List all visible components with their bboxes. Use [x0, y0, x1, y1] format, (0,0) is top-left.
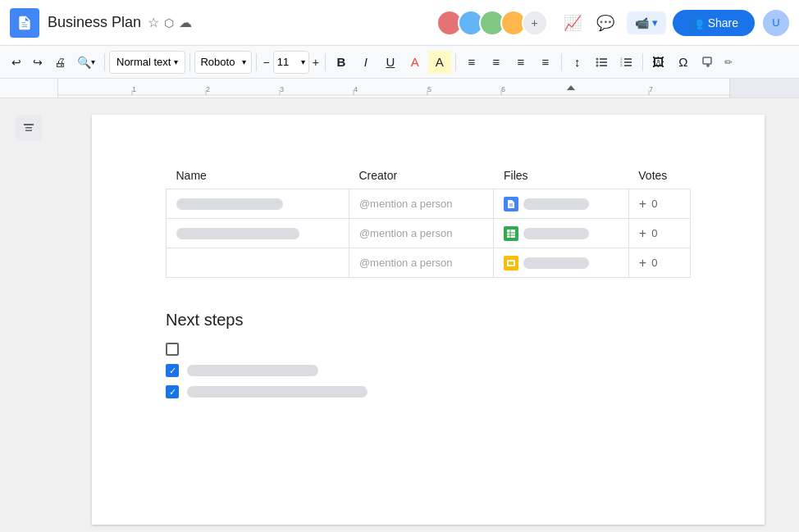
bullets-button[interactable]: [591, 51, 614, 74]
file-cell-3[interactable]: [494, 248, 628, 278]
title-icons: ☆ ⬡ ☁: [148, 15, 192, 30]
check-bar-3: [187, 386, 368, 398]
text-color-button[interactable]: A: [404, 51, 427, 74]
col-header-creator: Creator: [349, 164, 494, 189]
name-cell-2[interactable]: [167, 219, 349, 248]
zoom-button[interactable]: 🔍 ▾: [72, 51, 100, 74]
file-bar-3: [523, 257, 589, 269]
italic-button[interactable]: I: [354, 51, 377, 74]
undo-button[interactable]: ↩: [7, 51, 26, 74]
print-button[interactable]: 🖨: [49, 51, 71, 74]
svg-marker-28: [567, 85, 575, 90]
underline-button[interactable]: U: [379, 51, 402, 74]
vote-cell-2[interactable]: + 0: [628, 219, 690, 248]
highlight-button[interactable]: A: [428, 51, 451, 74]
file-icon-sheets-1: [504, 226, 518, 241]
line-spacing-button[interactable]: ↕: [566, 51, 589, 74]
checkbox-2[interactable]: [166, 364, 179, 377]
svg-rect-11: [624, 65, 632, 66]
toolbar-separator-4: [325, 53, 326, 71]
numbered-list-button[interactable]: 1.2.3.: [615, 51, 638, 74]
svg-rect-12: [703, 57, 711, 64]
svg-text:3: 3: [280, 85, 284, 93]
align-right-button[interactable]: ≡: [509, 51, 532, 74]
checklist-item-3[interactable]: [166, 385, 691, 398]
share-button[interactable]: 👥 Share: [673, 10, 755, 36]
share-icon: 👥: [689, 16, 703, 30]
font-dropdown[interactable]: Roboto ▾: [194, 51, 252, 74]
insert-image-button[interactable]: 🖼: [647, 51, 670, 74]
main-area: Name Creator Files Votes @mention a pers…: [0, 98, 799, 532]
svg-rect-29: [24, 124, 34, 125]
redo-button[interactable]: ↪: [28, 51, 48, 74]
svg-rect-7: [624, 58, 632, 60]
svg-text:5: 5: [427, 85, 431, 93]
vote-count-2: 0: [651, 227, 657, 239]
checklist-item-1[interactable]: [166, 343, 691, 356]
trending-icon-button[interactable]: 📈: [558, 8, 587, 38]
app-icon[interactable]: [10, 8, 39, 38]
table-row: @mention a person: [167, 219, 691, 248]
svg-rect-9: [624, 61, 632, 63]
svg-text:1: 1: [132, 85, 136, 93]
align-center-button[interactable]: ≡: [485, 51, 508, 74]
vote-count-1: 0: [651, 198, 657, 210]
creator-cell-3[interactable]: @mention a person: [349, 248, 494, 278]
font-decrease-button[interactable]: −: [261, 51, 271, 74]
svg-rect-3: [600, 61, 607, 63]
vote-cell-3[interactable]: + 0: [628, 248, 690, 278]
next-steps-title: Next steps: [166, 311, 691, 330]
checkbox-1[interactable]: [166, 343, 179, 356]
file-cell-2[interactable]: [494, 219, 628, 248]
align-left-button[interactable]: ≡: [460, 51, 483, 74]
svg-text:4: 4: [354, 85, 358, 93]
outline-icon[interactable]: [16, 115, 42, 141]
cloud-icon[interactable]: ☁: [179, 15, 192, 30]
zoom-chevron: ▾: [91, 57, 95, 66]
bold-button[interactable]: B: [330, 51, 353, 74]
ruler: 1 2 3 4 5 6 7: [0, 79, 799, 98]
insert-special-button[interactable]: Ω: [672, 51, 695, 74]
style-dropdown[interactable]: Normal text ▾: [109, 51, 185, 74]
toolbar-separator-2: [189, 53, 190, 71]
svg-point-2: [596, 61, 598, 63]
font-label: Roboto: [200, 56, 235, 68]
toolbar: ↩ ↪ 🖨 🔍 ▾ Normal text ▾ Roboto ▾ − 11 ▾ …: [0, 46, 799, 79]
vote-count-3: 0: [651, 257, 657, 269]
checklist-item-2[interactable]: [166, 364, 691, 377]
file-cell-1[interactable]: [494, 189, 628, 219]
style-label: Normal text: [116, 56, 171, 68]
meet-button[interactable]: 📹 ▾: [627, 11, 666, 34]
svg-rect-34: [507, 230, 515, 238]
avatar-add[interactable]: +: [522, 10, 548, 36]
doc-area[interactable]: Name Creator Files Votes @mention a pers…: [57, 98, 799, 532]
paint-format-button[interactable]: [696, 51, 719, 74]
svg-text:2: 2: [206, 85, 210, 93]
drive-icon[interactable]: ⬡: [164, 16, 174, 30]
file-bar-1: [523, 198, 589, 210]
user-avatar[interactable]: U: [763, 10, 789, 36]
size-dropdown[interactable]: 11 ▾: [273, 51, 309, 74]
vote-plus-3: +: [639, 256, 646, 271]
svg-point-4: [596, 64, 598, 66]
top-icons: 📈 💬: [558, 8, 620, 38]
page: Name Creator Files Votes @mention a pers…: [92, 115, 765, 525]
toolbar-separator-7: [642, 53, 643, 71]
col-header-files: Files: [494, 164, 628, 189]
name-cell-3[interactable]: [167, 248, 349, 278]
checkbox-3[interactable]: [166, 385, 179, 398]
comments-icon-button[interactable]: 💬: [591, 8, 620, 38]
style-chevron: ▾: [174, 57, 178, 66]
top-bar: Business Plan ☆ ⬡ ☁ + 📈 💬 📹 ▾ 👥 Share U: [0, 0, 799, 46]
vote-cell-1[interactable]: + 0: [628, 189, 690, 219]
toolbar-separator-1: [104, 53, 105, 71]
creator-cell-2[interactable]: @mention a person: [349, 219, 494, 248]
align-justify-button[interactable]: ≡: [534, 51, 557, 74]
toolbar-separator-3: [256, 53, 257, 71]
star-icon[interactable]: ☆: [148, 15, 159, 30]
font-increase-button[interactable]: +: [311, 51, 321, 74]
name-cell-1[interactable]: [167, 189, 349, 219]
creator-cell-1[interactable]: @mention a person: [349, 189, 494, 219]
svg-text:6: 6: [501, 85, 505, 93]
size-label: 11: [277, 56, 289, 68]
